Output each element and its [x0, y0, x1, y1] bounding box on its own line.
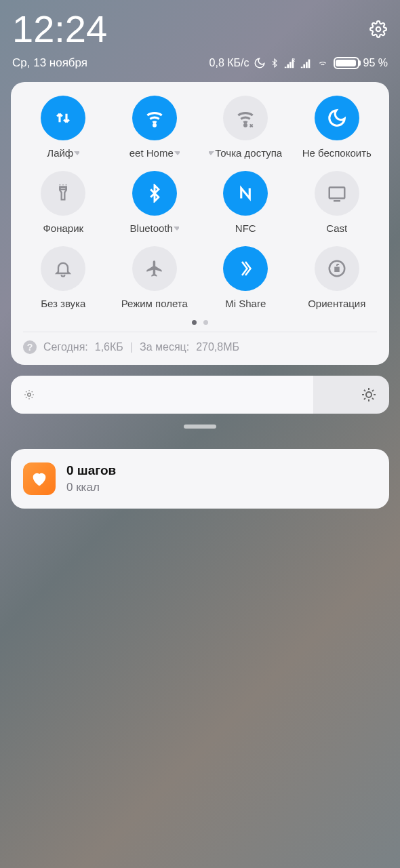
- data-usage-row[interactable]: ? Сегодня: 1,6КБ | За месяц: 270,8МБ: [18, 332, 382, 358]
- svg-point-8: [28, 393, 31, 397]
- usage-month-value: 270,8МБ: [196, 341, 239, 353]
- brightness-fill: [11, 376, 313, 414]
- svg-point-2: [153, 124, 155, 126]
- toggle-label: Лайф: [47, 147, 73, 159]
- toggle-label: Точка доступа: [215, 147, 282, 159]
- handle-bar: [184, 425, 216, 429]
- toggle-label: Без звука: [41, 298, 85, 309]
- brightness-high-icon: [361, 387, 377, 403]
- svg-text:R: R: [292, 58, 295, 62]
- toggle-flashlight[interactable]: Фонарик: [18, 171, 109, 234]
- quick-settings-panel: Лайф eet Home Точка доступа Не беспокоит…: [11, 82, 389, 365]
- svg-rect-5: [329, 187, 345, 198]
- flashlight-icon: [54, 184, 73, 203]
- clock: 12:24: [12, 7, 107, 51]
- usage-month-label: За месяц:: [140, 341, 189, 353]
- usage-separator: |: [130, 341, 133, 353]
- svg-rect-4: [60, 187, 66, 190]
- toggle-label: Bluetooth: [130, 222, 173, 234]
- chevron-down-icon: [174, 151, 180, 155]
- toggle-label: Mi Share: [225, 298, 266, 309]
- notification-subtitle: 0 ккал: [66, 481, 116, 494]
- moon-icon: [327, 108, 347, 128]
- toggle-label: Cast: [326, 222, 347, 234]
- date: Ср, 13 ноября: [12, 56, 87, 70]
- toggle-wifi[interactable]: eet Home: [109, 96, 201, 159]
- usage-today-label: Сегодня:: [43, 341, 88, 353]
- toggle-mute[interactable]: Без звука: [18, 246, 109, 309]
- toggle-label: Фонарик: [43, 222, 83, 234]
- toggle-nfc[interactable]: NFC: [200, 171, 292, 234]
- orientation-lock-icon: [327, 258, 347, 279]
- notification-card[interactable]: 0 шагов 0 ккал: [11, 449, 389, 509]
- battery-icon: [334, 57, 359, 69]
- toggle-label: Ориентация: [308, 298, 365, 309]
- chevron-down-icon: [209, 151, 214, 155]
- signal-2-icon: [300, 58, 312, 68]
- brightness-slider[interactable]: [11, 376, 389, 414]
- heart-icon: [30, 469, 49, 488]
- usage-today-value: 1,6КБ: [95, 341, 123, 353]
- health-app-icon: [23, 462, 56, 495]
- toggle-airplane[interactable]: Режим полета: [109, 246, 201, 309]
- toggle-grid: Лайф eet Home Точка доступа Не беспокоит…: [18, 96, 382, 309]
- chevron-down-icon: [74, 151, 79, 155]
- toggle-hotspot[interactable]: Точка доступа: [200, 96, 292, 159]
- bluetooth-icon: [145, 184, 164, 203]
- hotspot-icon: [235, 107, 256, 129]
- toggle-label: Не беспокоить: [302, 147, 372, 159]
- toggle-label: NFC: [235, 222, 256, 234]
- toggle-mishare[interactable]: Mi Share: [200, 246, 292, 309]
- airplane-icon: [145, 259, 164, 278]
- chevron-down-icon: [174, 226, 179, 231]
- status-icons: 0,8 КБ/с R 95 %: [209, 57, 388, 69]
- toggle-dnd[interactable]: Не беспокоить: [292, 96, 383, 159]
- panel-drag-handle[interactable]: [0, 425, 400, 429]
- wifi-icon: [144, 107, 165, 129]
- nfc-icon: [235, 183, 256, 203]
- page-dot-1: [192, 320, 197, 325]
- toggle-cast[interactable]: Cast: [292, 171, 383, 234]
- bluetooth-icon: [270, 57, 279, 69]
- mishare-icon: [235, 258, 256, 279]
- svg-point-3: [245, 124, 247, 126]
- svg-rect-7: [335, 268, 338, 271]
- data-rate: 0,8 КБ/с: [209, 57, 249, 69]
- cast-icon: [327, 183, 347, 203]
- toggle-label: eet Home: [129, 147, 174, 159]
- toggle-bluetooth[interactable]: Bluetooth: [109, 171, 201, 234]
- moon-icon: [254, 57, 266, 69]
- battery-percent: 95 %: [363, 57, 388, 69]
- help-icon: ?: [23, 340, 37, 354]
- wifi-icon: [316, 58, 329, 68]
- mobile-data-icon: [53, 108, 73, 128]
- bell-icon: [54, 259, 73, 278]
- toggle-mobile-data[interactable]: Лайф: [18, 96, 109, 159]
- page-dot-2: [203, 320, 208, 325]
- gear-icon: [369, 20, 387, 38]
- page-indicator: [18, 320, 382, 325]
- notification-title: 0 шагов: [66, 463, 116, 478]
- settings-button[interactable]: [369, 20, 388, 39]
- signal-1-icon: R: [283, 58, 296, 68]
- brightness-low-icon: [23, 389, 35, 401]
- toggle-label: Режим полета: [121, 298, 188, 309]
- svg-point-0: [376, 26, 381, 31]
- svg-point-9: [366, 392, 372, 397]
- status-bar: 12:24 Ср, 13 ноября 0,8 КБ/с R 95 %: [0, 0, 400, 74]
- toggle-orientation[interactable]: Ориентация: [292, 246, 383, 309]
